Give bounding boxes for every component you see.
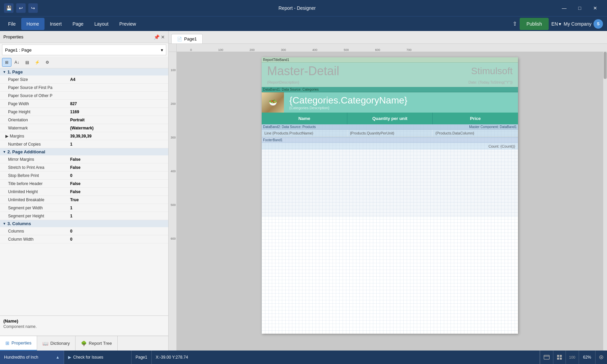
date-placeholder: Date: {Today.ToString("Y")} xyxy=(468,80,513,84)
maximize-button[interactable]: □ xyxy=(572,0,587,16)
data-band-1-label: DataBand1: Data Source: Categories xyxy=(262,87,518,92)
data-row: Line {Products.ProductName} {Products.Qu… xyxy=(262,130,518,137)
section-columns[interactable]: ▼ 3. Columns xyxy=(0,220,168,227)
app-title: Report - Designer xyxy=(38,5,556,11)
save-button[interactable]: 💾 xyxy=(4,3,13,13)
vruler-600: 600 xyxy=(169,237,176,240)
data-band-1[interactable]: DataBand1: Data Source: Categories 🥗 {Ca… xyxy=(262,87,518,124)
menu-insert[interactable]: Insert xyxy=(45,18,67,30)
section-page-label: 1. Page xyxy=(7,69,23,74)
vruler-100: 100 xyxy=(169,69,176,72)
check-issues-label: Check for Issues xyxy=(73,355,103,360)
report-canvas: ReportTitleBand1 Master-Detail Stimulsof… xyxy=(262,57,518,334)
check-issues-button[interactable]: ▶ Check for Issues xyxy=(64,351,132,364)
table-header: Name Quantity per unit Price xyxy=(262,113,518,124)
events-btn[interactable]: ⚡ xyxy=(32,58,42,67)
zoom-fit-button[interactable] xyxy=(595,351,607,364)
ruler-mark-700: 700 xyxy=(406,48,411,52)
dropdown-arrow-icon: ▾ xyxy=(161,48,163,53)
brand-text: Stimulsoft xyxy=(471,66,513,77)
prop-stop-before-print: Stop Before Print 0 xyxy=(0,172,168,180)
main-content: Properties 📌 ✕ Page1 : Page ▾ ⊞ A↓ ▤ ⚡ ⚙… xyxy=(0,31,607,351)
prop-column-width: Column Width 0 xyxy=(0,235,168,243)
undo-button[interactable]: ↩ xyxy=(16,3,26,13)
alpha-sort-btn[interactable]: A↓ xyxy=(12,58,22,67)
page1-tab[interactable]: 📄 Page1 xyxy=(171,34,203,43)
prop-paper-source-first: Paper Source of First Pa xyxy=(0,84,168,92)
properties-panel-header: Properties 📌 ✕ xyxy=(0,31,168,43)
master-detail-text: Master-Detail xyxy=(267,64,339,78)
prop-paper-size: Paper Size A4 xyxy=(0,75,168,84)
section-page[interactable]: ▼ 1. Page xyxy=(0,68,168,75)
section-page-additional[interactable]: ▼ 2. Page Additional xyxy=(0,148,168,155)
prop-unlimited-height: Unlimited Height False xyxy=(0,188,168,196)
coordinates-display: X:-39.00 Y:278.74 xyxy=(152,351,540,364)
panel-close-icon[interactable]: ✕ xyxy=(161,34,165,40)
tab-dictionary[interactable]: 📖 Dictionary xyxy=(37,336,76,351)
prop-orientation: Orientation Portrait xyxy=(0,116,168,124)
report-title-band-label: ReportTitleBand1 xyxy=(262,57,518,63)
prop-segment-width: Segment per Width 1 xyxy=(0,204,168,212)
ruler-mark-200: 200 xyxy=(250,48,255,52)
group-view-btn[interactable]: ▤ xyxy=(22,58,32,67)
ruler-mark-400: 400 xyxy=(312,48,317,52)
units-arrow-icon[interactable]: ▲ xyxy=(56,355,60,360)
dictionary-tab-icon: 📖 xyxy=(42,341,48,346)
data-band-2[interactable]: DataBand2: Data Source: Products Master … xyxy=(262,124,518,137)
vertical-scrollbar[interactable] xyxy=(603,52,607,351)
redo-button[interactable]: ↪ xyxy=(28,3,38,13)
pin-icon[interactable]: 📌 xyxy=(154,34,160,40)
report-title-band[interactable]: ReportTitleBand1 Master-Detail Stimulsof… xyxy=(262,57,518,87)
export-icon xyxy=(544,355,550,360)
header-quantity: Quantity per unit xyxy=(347,113,433,124)
category-desc-text: {Categories.Description} xyxy=(289,106,513,110)
properties-tab-icon: ⊞ xyxy=(5,340,9,346)
svg-rect-2 xyxy=(557,355,559,357)
share-icon[interactable]: ⇧ xyxy=(513,21,517,27)
canvas-area[interactable]: ReportTitleBand1 Master-Detail Stimulsof… xyxy=(177,52,603,351)
menu-file[interactable]: File xyxy=(3,18,21,30)
menu-home[interactable]: Home xyxy=(21,18,45,30)
footer-band[interactable]: FooterBand1 Count: {Count()} xyxy=(262,137,518,150)
properties-tab-label: Properties xyxy=(11,340,31,345)
menu-preview[interactable]: Preview xyxy=(114,18,142,30)
header-name: Name xyxy=(262,113,347,124)
margins-expand-icon: ▶ xyxy=(5,134,8,139)
prop-margins[interactable]: ▶ Margins 39,39,39,39 xyxy=(0,132,168,140)
scrollbar-thumb[interactable] xyxy=(604,52,607,79)
units-selector[interactable]: Hundredths of Inch ▲ xyxy=(0,351,64,364)
menu-layout[interactable]: Layout xyxy=(89,18,114,30)
data-band-2-label: DataBand2: Data Source: Products Master … xyxy=(262,124,518,130)
page-count-button[interactable]: 100 xyxy=(566,351,579,364)
section-additional-arrow: ▼ xyxy=(3,150,6,154)
publish-button[interactable]: Publish xyxy=(520,18,549,30)
vruler-500: 500 xyxy=(169,204,176,207)
minimize-button[interactable]: — xyxy=(556,0,572,16)
tab-properties[interactable]: ⊞ Properties xyxy=(0,336,37,351)
prop-page-height: Page Height 1169 xyxy=(0,108,168,116)
status-bar-right: 100 62% xyxy=(540,351,607,364)
menu-page[interactable]: Page xyxy=(67,18,89,30)
company-selector[interactable]: My Company S xyxy=(564,19,603,29)
settings-btn[interactable]: ⚙ xyxy=(42,58,52,67)
prop-num-copies: Number of Copies 1 xyxy=(0,140,168,148)
user-avatar: S xyxy=(594,19,603,29)
component-selector[interactable]: Page1 : Page ▾ xyxy=(2,44,166,55)
prop-title-before-header: Title before Header False xyxy=(0,180,168,188)
check-play-icon: ▶ xyxy=(68,355,71,360)
selected-component: Page1 : Page xyxy=(5,48,32,53)
grid-view-btn[interactable]: ⊞ xyxy=(2,58,11,67)
header-price: Price xyxy=(433,113,518,124)
category-name-text: {Categories.CategoryName} xyxy=(289,95,513,106)
prop-segment-height: Segment per Height 1 xyxy=(0,212,168,220)
master-detail-row: Master-Detail Stimulsoft xyxy=(262,63,518,80)
export-icon-button[interactable] xyxy=(540,351,553,364)
close-button[interactable]: ✕ xyxy=(587,0,603,16)
layout-icon-button[interactable] xyxy=(553,351,566,364)
prop-columns: Columns 0 xyxy=(0,227,168,235)
footer-band-label: FooterBand1 xyxy=(262,138,518,143)
tab-report-tree[interactable]: 🌳 Report Tree xyxy=(76,336,118,351)
data-cell-name: Line {Products.ProductName} xyxy=(262,130,347,136)
language-selector[interactable]: EN ▾ xyxy=(551,21,561,27)
report-tree-tab-icon: 🌳 xyxy=(81,341,87,346)
